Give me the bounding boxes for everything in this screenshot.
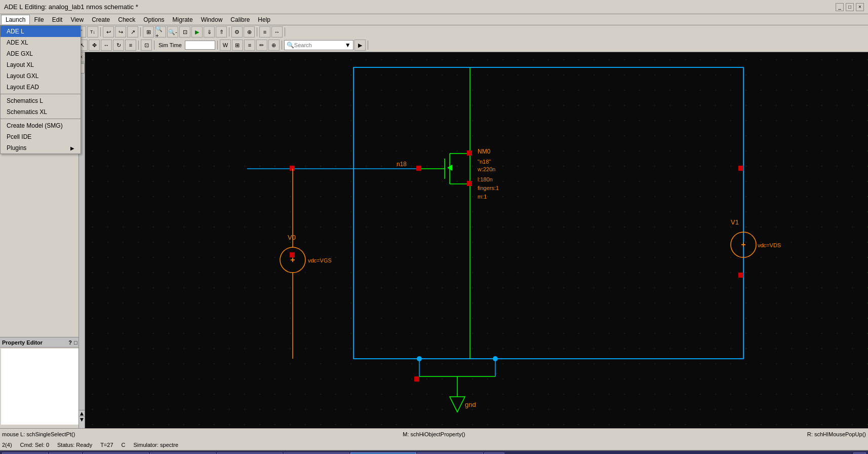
dropdown-ade-gxl[interactable]: ADE GXL — [1, 48, 81, 59]
menu-create[interactable]: Create — [88, 15, 114, 24]
c-value: C — [122, 442, 126, 448]
taskbar-applications[interactable]: Applications ▲ — [2, 452, 48, 455]
tb-zoom-out[interactable]: 🔍- — [167, 26, 178, 37]
tb-zoom-fit[interactable]: ⊞ — [143, 26, 154, 37]
dropdown-plugins[interactable]: Plugins ▶ — [1, 142, 81, 154]
pe-min-btn[interactable]: □ — [74, 339, 77, 346]
tb-stretch-btn[interactable]: ↔ — [101, 40, 112, 51]
sim-time-input[interactable] — [185, 41, 215, 50]
tb-sep7 — [138, 41, 139, 50]
tb-text2-btn[interactable]: T↓ — [87, 26, 98, 37]
tb-zoom-in[interactable]: 🔍+ — [155, 26, 166, 37]
tb-misc4[interactable]: ↔ — [271, 26, 283, 37]
maximize-button[interactable]: □ — [846, 3, 854, 11]
svg-rect-26 — [467, 181, 472, 186]
dropdown-schematics-l[interactable]: Schematics L — [1, 95, 81, 106]
close-button[interactable]: × — [856, 3, 864, 11]
search-input[interactable] — [294, 42, 345, 48]
toolbar-row-1: ▶ 📁 💾 ≡ ✖ ℹ T T↓ ↩ ↪ ↗ ⊞ 🔍+ 🔍- ⊡ ▶ ⇓ ⇑ ⚙… — [0, 25, 868, 39]
svg-text:l:180n: l:180n — [478, 176, 493, 182]
sim-time-label: Sim Time — [156, 42, 184, 48]
svg-point-12 — [417, 356, 422, 361]
dropdown-create-model[interactable]: Create Model (SMG) — [1, 120, 81, 131]
taskbar-library-mgr[interactable]: ▦[Library Manager: WorkAre... — [284, 452, 349, 455]
tb-misc2[interactable]: ⊕ — [244, 26, 255, 37]
svg-rect-30 — [738, 273, 743, 278]
tb-nav-btn[interactable]: ↗ — [127, 26, 138, 37]
tb-move-btn[interactable]: ✥ — [89, 40, 100, 51]
pe-header: Property Editor ? □ × — [0, 337, 85, 348]
dropdown-ade-xl[interactable]: ADE XL — [1, 37, 81, 48]
dropdown-ade-l[interactable]: ADE L — [1, 26, 81, 37]
svg-text:w:220n: w:220n — [477, 166, 495, 172]
svg-text:n18: n18 — [397, 161, 407, 168]
taskbar-ade-l-active[interactable]: AADE L Editing: analog_lab... — [350, 452, 416, 455]
dropdown-layout-gxl[interactable]: Layout GXL — [1, 70, 81, 82]
scroll-down[interactable]: ▼ — [79, 416, 85, 422]
page-number: 2(4) — [2, 442, 12, 448]
tb-search-btn[interactable]: ▶ — [354, 40, 366, 51]
tb-play-btn[interactable]: ▶ — [191, 26, 203, 37]
menu-view[interactable]: View — [66, 15, 88, 24]
search-dropdown-icon[interactable]: ▼ — [345, 42, 351, 49]
tb-more1[interactable]: W — [220, 40, 231, 51]
menu-calibre[interactable]: Calibre — [226, 15, 254, 24]
taskbar-ade-l-3[interactable]: [[ADE L (3) – analog_lab1 n... — [417, 452, 483, 455]
scroll-corner — [79, 422, 85, 428]
minimize-button[interactable]: _ — [836, 3, 844, 11]
window-controls: _ □ × — [836, 3, 864, 11]
dropdown-layout-ead[interactable]: Layout EAD — [1, 82, 81, 93]
tb-misc3[interactable]: ≡ — [259, 26, 270, 37]
taskbar-places[interactable]: Places ▲ — [49, 452, 82, 455]
tb-more4[interactable]: ✏ — [256, 40, 267, 51]
tb-wave-btn[interactable]: ⊡ — [141, 40, 152, 51]
tb-rotate-btn[interactable]: ↻ — [113, 40, 124, 51]
tb-sep10 — [282, 41, 282, 50]
menu-edit[interactable]: Edit — [48, 15, 67, 24]
tb-sep1 — [100, 27, 101, 36]
tb-step-btn[interactable]: ⇓ — [204, 26, 215, 37]
taskbar-virtuoso[interactable]: CVirtuoso® 6.1.6-64b – Log... — [150, 452, 216, 455]
svg-text:m:1: m:1 — [478, 194, 487, 200]
tb-undo-btn[interactable]: ↩ — [103, 26, 114, 37]
menu-bar: Launch File Edit View Create Check Optio… — [0, 14, 868, 25]
pe-help-btn[interactable]: ? — [68, 339, 72, 346]
property-editor: Property Editor ? □ × — [0, 337, 85, 428]
dropdown-pcell-ide[interactable]: Pcell IDE — [1, 131, 81, 142]
tb-step2-btn[interactable]: ⇑ — [216, 26, 227, 37]
menu-options[interactable]: Options — [139, 15, 168, 24]
taskbar-page-num[interactable]: 1 / 4 — [484, 452, 504, 455]
svg-text:fingers:1: fingers:1 — [478, 185, 499, 191]
taskbar-terminal[interactable]: Czl1027@linux-64cp:~/Des... — [83, 452, 149, 455]
tb-redo-btn[interactable]: ↪ — [115, 26, 126, 37]
ready-status: Status: Ready — [57, 442, 92, 448]
dropdown-layout-xl[interactable]: Layout XL — [1, 59, 81, 70]
menu-migrate[interactable]: Migrate — [169, 15, 197, 24]
tb-zoom-reg[interactable]: ⊡ — [179, 26, 190, 37]
tb-more3[interactable]: ≡ — [244, 40, 255, 51]
tb-sep4 — [257, 27, 257, 36]
pe-title: Property Editor — [2, 339, 43, 346]
taskbar-whatsnew[interactable]: C[What's New in IC6.1.6-64... — [217, 452, 283, 455]
toolbar-row-2: ADE L ▼ ⊞ ⊠ ↖ ✥ ↔ ↻ ≡ ⊡ Sim Time W ⊞ ≡ ✏… — [0, 39, 868, 52]
tb-prop-btn[interactable]: ≡ — [125, 40, 136, 51]
temp-value: T=27 — [100, 442, 113, 448]
menu-launch[interactable]: Launch — [1, 15, 30, 24]
scroll-up[interactable]: ▲ — [79, 410, 85, 416]
svg-rect-27 — [290, 166, 295, 171]
menu-help[interactable]: Help — [254, 15, 274, 24]
title-bar: ADE L Editing: analog_lab1 nmos schemati… — [0, 0, 868, 14]
pe-body — [1, 349, 84, 425]
menu-file[interactable]: File — [30, 15, 48, 24]
launch-dropdown: ADE L ADE XL ADE GXL Layout XL Layout GX… — [0, 25, 81, 154]
tb-more5[interactable]: ⊕ — [268, 40, 280, 51]
tb-misc1[interactable]: ⚙ — [231, 26, 243, 37]
svg-text:vdc=VGS: vdc=VGS — [308, 257, 332, 263]
canvas-area[interactable]: + V0 vdc=VGS + V1 vdc=VDS gnd n18 NM0 "n… — [85, 52, 868, 428]
tb-sep8 — [154, 41, 154, 50]
menu-window[interactable]: Window — [197, 15, 227, 24]
tb-more2[interactable]: ⊞ — [232, 40, 243, 51]
menu-check[interactable]: Check — [114, 15, 139, 24]
taskbar-power-icon[interactable]: ⏻ — [853, 452, 866, 455]
dropdown-schematics-xl[interactable]: Schematics XL — [1, 106, 81, 118]
